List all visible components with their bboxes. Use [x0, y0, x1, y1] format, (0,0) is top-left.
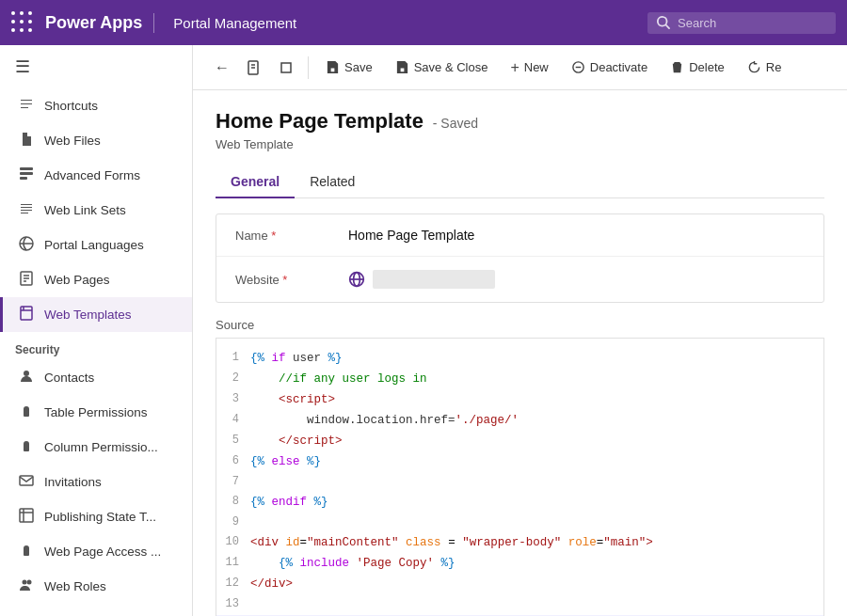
saved-status: - Saved: [433, 116, 478, 131]
website-blurred-value: [373, 270, 495, 289]
security-section-label: Security: [0, 332, 192, 360]
sidebar-toggle[interactable]: ☰: [0, 45, 192, 88]
save-close-label: Save & Close: [414, 60, 488, 74]
save-close-icon: [395, 60, 409, 74]
portal-languages-icon: [18, 236, 35, 254]
tab-general[interactable]: General: [216, 166, 295, 198]
sidebar-label-web-templates: Web Templates: [44, 308, 132, 322]
portal-name: Portal Management: [173, 15, 296, 31]
sidebar-item-portal-languages[interactable]: Portal Languages: [0, 228, 192, 262]
page-subtitle: Web Template: [216, 137, 824, 151]
form-row-name: Name * Home Page Template: [216, 214, 823, 257]
svg-rect-18: [24, 549, 29, 556]
sidebar: ☰ Shortcuts Web Files Advanced Forms Web…: [0, 45, 193, 616]
refresh-button[interactable]: Re: [738, 55, 791, 79]
svg-rect-24: [281, 63, 291, 72]
new-icon: +: [510, 59, 519, 76]
publishing-state-icon: [18, 508, 35, 526]
new-button[interactable]: + New: [501, 55, 557, 81]
web-templates-icon: [18, 306, 35, 324]
toolbar: ← Save Save & Close + New Deact: [193, 45, 847, 90]
sidebar-item-web-pages[interactable]: Web Pages: [0, 262, 192, 297]
svg-point-11: [24, 371, 29, 376]
page-icon-button[interactable]: [240, 54, 268, 82]
sidebar-item-column-permissions[interactable]: Column Permissio...: [0, 430, 192, 465]
app-grid-icon[interactable]: [11, 11, 34, 34]
svg-rect-2: [20, 177, 27, 180]
code-line-5: 5 </script>: [216, 431, 823, 451]
toolbar-separator-1: [308, 56, 309, 79]
deactivate-label: Deactivate: [590, 60, 647, 74]
sidebar-item-publishing-state[interactable]: Publishing State T...: [0, 499, 192, 534]
code-line-12: 12 </div>: [216, 574, 823, 594]
topbar: Power Apps Portal Management: [0, 0, 847, 45]
save-button[interactable]: Save: [316, 55, 382, 79]
sidebar-item-table-permissions[interactable]: Table Permissions: [0, 395, 192, 430]
search-box[interactable]: [647, 12, 836, 34]
sidebar-label-web-roles: Web Roles: [44, 579, 106, 593]
web-files-icon: [18, 132, 35, 150]
sidebar-item-shortcuts[interactable]: Shortcuts: [0, 88, 192, 123]
save-close-button[interactable]: Save & Close: [386, 55, 498, 79]
table-permissions-icon: [18, 403, 35, 421]
search-input[interactable]: [678, 16, 819, 30]
svg-rect-1: [20, 172, 33, 175]
page-header: Home Page Template - Saved: [216, 109, 824, 134]
web-roles-icon: [18, 577, 35, 595]
back-button[interactable]: ←: [208, 54, 236, 82]
page-title: Home Page Template: [216, 109, 424, 133]
sidebar-item-web-files[interactable]: Web Files: [0, 123, 192, 158]
svg-point-20: [27, 580, 32, 585]
app-layout: ☰ Shortcuts Web Files Advanced Forms Web…: [0, 45, 847, 616]
web-link-sets-icon: [18, 201, 35, 219]
save-label: Save: [344, 60, 373, 74]
advanced-forms-icon: [18, 166, 35, 184]
sidebar-item-web-link-sets[interactable]: Web Link Sets: [0, 193, 192, 228]
refresh-label: Re: [766, 60, 782, 74]
sidebar-item-web-templates[interactable]: Web Templates: [0, 297, 192, 332]
website-label: Website *: [235, 273, 348, 287]
sidebar-label-advanced-forms: Advanced Forms: [44, 168, 140, 182]
code-editor[interactable]: 1 {% if user %} 2 //if any user logs in …: [216, 338, 824, 616]
new-label: New: [524, 60, 549, 74]
code-line-3: 3 <script>: [216, 389, 823, 410]
sidebar-label-web-page-access: Web Page Access ...: [44, 545, 161, 559]
sidebar-item-web-roles[interactable]: Web Roles: [0, 569, 192, 604]
delete-button[interactable]: Delete: [661, 55, 734, 79]
sidebar-item-advanced-forms[interactable]: Advanced Forms: [0, 158, 192, 193]
code-line-9: 9: [216, 513, 823, 532]
tab-related[interactable]: Related: [295, 166, 370, 198]
code-line-2: 2 //if any user logs in: [216, 369, 823, 389]
sidebar-item-web-page-access[interactable]: Web Page Access ...: [0, 534, 192, 569]
refresh-icon: [747, 60, 761, 74]
svg-rect-13: [24, 445, 29, 451]
invitations-icon: [18, 473, 35, 491]
code-line-10: 10 <div id="mainContent" class = "wrappe…: [216, 532, 823, 553]
deactivate-button[interactable]: Deactivate: [562, 55, 657, 79]
sidebar-label-invitations: Invitations: [44, 475, 102, 489]
website-value[interactable]: [348, 270, 495, 289]
svg-rect-8: [21, 307, 32, 320]
sidebar-item-invitations[interactable]: Invitations: [0, 465, 192, 499]
main-content: ← Save Save & Close + New Deact: [193, 45, 847, 616]
code-line-7: 7: [216, 472, 823, 492]
svg-rect-14: [20, 476, 33, 485]
svg-rect-15: [20, 509, 33, 522]
sidebar-label-table-permissions: Table Permissions: [44, 405, 148, 419]
code-line-1: 1 {% if user %}: [216, 348, 823, 369]
name-value[interactable]: Home Page Template: [348, 228, 474, 243]
svg-rect-12: [24, 410, 29, 417]
expand-button[interactable]: [272, 54, 300, 82]
delete-label: Delete: [689, 60, 725, 74]
shortcuts-icon: [18, 97, 35, 115]
web-pages-icon: [18, 271, 35, 289]
website-required: *: [282, 273, 287, 287]
content-area: Home Page Template - Saved Web Template …: [193, 90, 847, 616]
svg-rect-0: [20, 167, 33, 170]
code-line-13: 13: [216, 594, 823, 614]
source-section: Source 1 {% if user %} 2 //if any user l…: [216, 318, 824, 616]
svg-point-19: [23, 580, 27, 585]
sidebar-item-contacts[interactable]: Contacts: [0, 360, 192, 395]
sidebar-label-web-files: Web Files: [44, 134, 101, 148]
sidebar-label-publishing-state: Publishing State T...: [44, 510, 156, 524]
